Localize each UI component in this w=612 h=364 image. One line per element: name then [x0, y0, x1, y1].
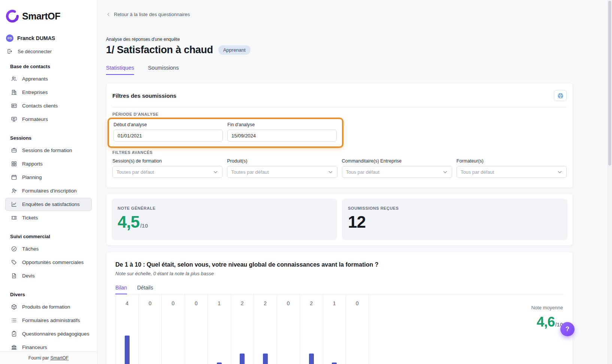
sidebar-item-produits-de-formation[interactable]: Produits de formation [5, 300, 92, 313]
sidebar-item-opportunites-commerciales[interactable]: Opportunités commerciales [5, 256, 92, 269]
sidebar-item-label: Formateurs [22, 116, 48, 122]
sessions-dropdown[interactable]: Toutes par défaut [112, 166, 222, 178]
start-date-input[interactable] [113, 130, 223, 142]
chart-column: 2 [300, 294, 323, 364]
chart-column: 0 [185, 294, 208, 364]
dropdown-value: Toutes par défaut [116, 169, 154, 175]
chart-count-label: 0 [149, 300, 152, 306]
clipboard-check-icon [11, 331, 17, 337]
sidebar-item-entreprises[interactable]: Entreprises [5, 86, 92, 99]
sidebar-item-formateurs[interactable]: Formateurs [5, 113, 92, 126]
chart-count-label: 2 [264, 300, 267, 306]
check-circle-icon [11, 246, 17, 252]
chart-bar [309, 354, 314, 364]
page-eyebrow: Analyse des réponses d'une enquête [106, 37, 573, 42]
dropdown-value: Toutes par défaut [231, 169, 269, 175]
chart-count-label: 1 [218, 300, 221, 306]
chart-column: 4 [115, 294, 139, 364]
logout-button[interactable]: Se déconnecter [0, 42, 97, 54]
chevron-down-icon [213, 169, 218, 175]
sidebar-item-tickets[interactable]: Tickets [5, 211, 92, 224]
chart-count-label: 0 [356, 300, 359, 306]
sidebar-item-label: Questionnaires pédagogiques [22, 331, 89, 337]
question-subtitle: Note sur échelle, 0 étant la note la plu… [115, 271, 564, 276]
filters-title: Filtres des soumissions [112, 92, 176, 99]
tag-icon [11, 259, 17, 266]
user-name: Franck DUMAS [17, 35, 55, 41]
sidebar-item-contacts-clients[interactable]: Contacts clients [5, 99, 92, 112]
stat-note-generale: NOTE GÉNÉRALE 4,5 /10 [112, 199, 337, 240]
sidebar-item-label: Entreprises [22, 90, 48, 95]
idcard-icon [11, 103, 17, 109]
sidebar-item-questionnaires-pedagogiques[interactable]: Questionnaires pédagogiques [5, 327, 92, 340]
scrollbar [608, 0, 612, 364]
briefcase-icon [11, 147, 17, 154]
chart-count-label: 1 [333, 300, 336, 306]
printer-icon [557, 92, 564, 99]
chart-bar-area [116, 312, 139, 364]
teacher-icon [11, 116, 17, 122]
app-logo-text: SmartOF [22, 11, 60, 22]
dropdown-group-produits: Produit(s) Toutes par défaut [227, 158, 337, 178]
tab-details[interactable]: Détails [137, 285, 153, 294]
end-date-label: Fin d'analyse [227, 122, 337, 127]
sidebar-item-label: Sessions de formation [22, 148, 72, 153]
sidebar-item-apprenants[interactable]: Apprenants [5, 72, 92, 85]
stat-soumissions-recues: SOUMISSIONS REÇUES 12 [342, 199, 567, 240]
chart-bar-area [277, 312, 300, 364]
sidebar-section-title-sessions: Sessions [10, 135, 97, 141]
sidebar-item-enquetes-de-satisfactions[interactable]: Enquêtes de satisfactions [5, 198, 92, 211]
sidebar-item-formulaires-administratifs[interactable]: Formulaires administratifs [5, 314, 92, 327]
main-area: Retour à la liste des questionnaires Ana… [97, 0, 612, 364]
tab-soumissions[interactable]: Soumissions [148, 65, 179, 75]
formateurs-dropdown[interactable]: Tous par défaut [457, 166, 567, 178]
chart-bar-area [254, 312, 277, 364]
tab-bilan[interactable]: Bilan [115, 285, 127, 294]
chart-column: 0 [139, 294, 162, 364]
audience-badge: Apprenant [218, 45, 251, 55]
sidebar-item-label: Formulaires d'inscription [22, 188, 77, 194]
chart-bar-area [323, 312, 346, 364]
back-link-label: Retour à la liste des questionnaires [114, 12, 190, 17]
end-date-input[interactable] [227, 130, 337, 142]
chevron-down-icon [328, 169, 333, 175]
sidebar-section-title-base-de-contacts: Base de contacts [10, 64, 97, 69]
app-logo[interactable]: SmartOF [0, 0, 97, 22]
dropdown-label: Session(s) de formation [112, 158, 222, 164]
sidebar-item-taches[interactable]: Tâches [5, 242, 92, 255]
sidebar-item-planning[interactable]: Planning [5, 171, 92, 184]
scrollbar-thumb[interactable] [608, 1, 611, 166]
chart-bar-area [208, 312, 231, 364]
chart-bar-area [346, 312, 369, 364]
sidebar-item-formulaires-d-inscription[interactable]: Formulaires d'inscription [5, 184, 92, 197]
page-tabs: Statistiques Soumissions [106, 65, 573, 75]
print-button[interactable] [554, 90, 567, 101]
back-link[interactable]: Retour à la liste des questionnaires [106, 0, 190, 17]
chevron-left-icon [106, 12, 111, 17]
chart-bar [332, 363, 337, 364]
produits-dropdown[interactable]: Toutes par défaut [227, 166, 337, 178]
box-icon [11, 304, 17, 310]
help-button[interactable]: ? [560, 322, 575, 336]
chevron-down-icon [442, 169, 448, 175]
sidebar-item-devis[interactable]: Devis [5, 269, 92, 282]
period-highlight-box: Début d'analyse Fin d'analyse [107, 118, 343, 148]
sidebar-item-rapports[interactable]: Rapports [5, 157, 92, 170]
chart-column: 2 [254, 294, 277, 364]
chart-bar-area [139, 312, 162, 364]
sidebar-item-label: Financeurs [22, 345, 47, 350]
chart-column: 0 [277, 294, 300, 364]
sidebar-item-sessions-de-formation[interactable]: Sessions de formation [5, 144, 92, 157]
commanditaires-dropdown[interactable]: Tous par défaut [342, 166, 452, 178]
sidebar: SmartOF FD Franck DUMAS Se déconnecter B… [0, 0, 97, 364]
sidebar-item-label: Formulaires administratifs [22, 318, 80, 323]
sidebar-footer: Fourni par SmartOF [0, 351, 97, 364]
chart-bar [240, 354, 245, 364]
dropdown-label: Produit(s) [227, 158, 337, 164]
tab-statistiques[interactable]: Statistiques [106, 65, 134, 75]
footer-smartof-link[interactable]: SmartOF [51, 355, 69, 361]
footer-text: Fourni par [28, 355, 49, 361]
document-icon [11, 273, 17, 279]
start-date-label: Début d'analyse [113, 122, 223, 127]
stats-card: NOTE GÉNÉRALE 4,5 /10 SOUMISSIONS REÇUES… [106, 193, 573, 246]
